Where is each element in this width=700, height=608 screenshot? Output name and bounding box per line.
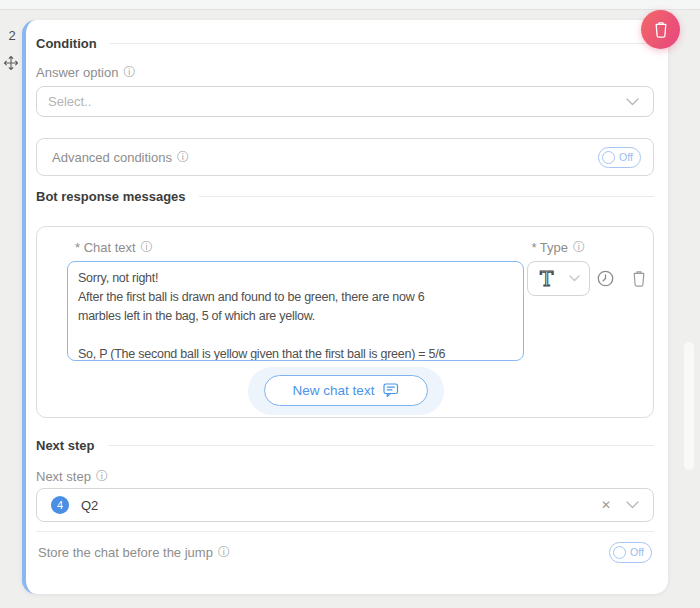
next-step-title: Next step [36, 438, 95, 453]
clear-selection-icon[interactable]: ✕ [601, 499, 611, 511]
section-rule [108, 445, 654, 446]
step-number: 2 [4, 28, 20, 43]
answer-option-select[interactable]: Select.. [36, 86, 654, 117]
store-chat-label: Store the chat before the jump ⓘ [38, 544, 230, 560]
top-divider [0, 0, 700, 10]
move-handle-icon[interactable] [3, 55, 19, 71]
delete-message-button[interactable] [630, 269, 648, 288]
answer-select-placeholder: Select.. [48, 94, 91, 109]
answer-option-label: Answer option ⓘ [36, 64, 135, 80]
advanced-conditions-label: Advanced conditions ⓘ [52, 149, 189, 165]
info-icon[interactable]: ⓘ [123, 66, 135, 78]
bot-response-title: Bot response messages [36, 189, 186, 204]
info-icon[interactable]: ⓘ [96, 470, 108, 482]
section-rule [110, 43, 654, 44]
info-icon[interactable]: ⓘ [177, 151, 189, 163]
type-select[interactable]: T [527, 261, 590, 296]
scrollbar-thumb[interactable] [684, 342, 694, 470]
toggle-knob [613, 546, 626, 559]
toggle-state-label: Off [619, 151, 633, 163]
chevron-down-icon [626, 501, 639, 509]
type-label: * Type ⓘ [531, 239, 585, 255]
chat-message-panel: * Chat text ⓘ * Type ⓘ Sorry, not right!… [36, 226, 654, 418]
next-step-selected-option: 4 Q2 [51, 496, 601, 514]
section-rule [199, 196, 654, 197]
delete-block-button[interactable] [641, 10, 680, 49]
advanced-conditions-toggle[interactable]: Off [598, 147, 641, 168]
new-chat-text-label: New chat text [293, 383, 375, 398]
next-step-select[interactable]: 4 Q2 ✕ [36, 488, 654, 522]
info-icon[interactable]: ⓘ [141, 241, 153, 253]
next-step-value: Q2 [81, 498, 98, 513]
chat-bubble-icon [383, 383, 399, 398]
condition-title: Condition [36, 36, 97, 51]
chat-text-label: * Chat text ⓘ [75, 239, 153, 255]
info-icon[interactable]: ⓘ [573, 241, 585, 253]
block-card: Condition Answer option ⓘ Select.. Advan… [22, 20, 668, 594]
store-chat-toggle[interactable]: Off [609, 542, 652, 563]
trash-icon [653, 21, 669, 39]
next-step-section-header: Next step [36, 435, 654, 455]
advanced-conditions-row: Advanced conditions ⓘ Off [36, 138, 654, 176]
bot-response-section-header: Bot response messages [36, 186, 654, 206]
trash-icon [631, 270, 647, 288]
clock-icon [596, 269, 615, 288]
new-chat-text-button[interactable]: New chat text [264, 375, 428, 406]
chevron-down-icon [626, 98, 639, 106]
store-chat-row: Store the chat before the jump ⓘ Off [38, 532, 652, 572]
condition-section-header: Condition [36, 33, 654, 53]
info-icon[interactable]: ⓘ [218, 546, 230, 558]
toggle-state-label: Off [630, 546, 644, 558]
toggle-knob [602, 151, 615, 164]
chat-text-input[interactable]: Sorry, not right!After the first ball is… [67, 261, 524, 361]
text-type-icon: T [540, 269, 553, 289]
chevron-down-icon [569, 275, 580, 282]
step-badge: 4 [51, 496, 69, 514]
delay-clock-button[interactable] [595, 268, 615, 288]
next-step-label: Next step ⓘ [36, 468, 108, 484]
